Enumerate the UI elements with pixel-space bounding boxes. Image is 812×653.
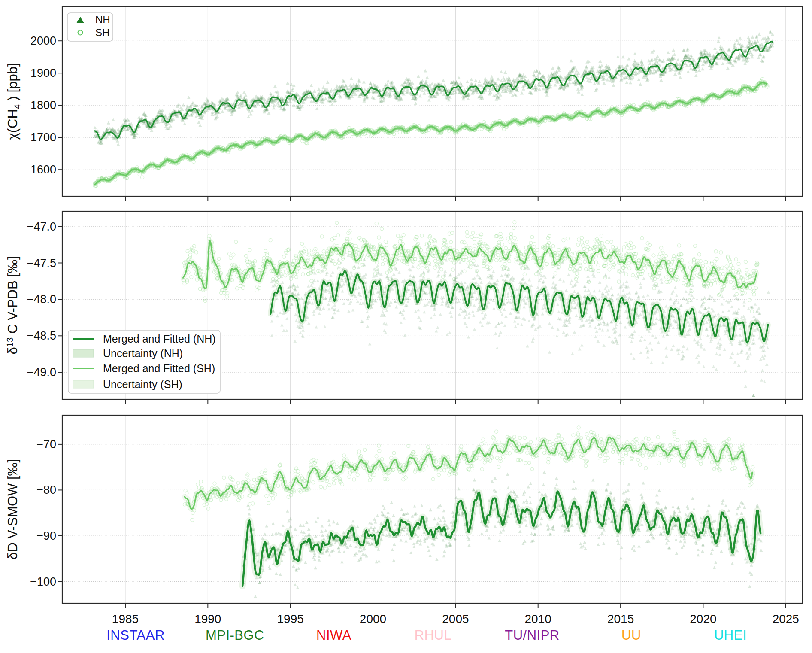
legend-hemisphere: NHSH (67, 13, 113, 41)
ytick-label: 1800 (30, 99, 56, 112)
ytick-label: −70 (36, 438, 56, 451)
xtick-label: 2010 (525, 612, 551, 626)
institution-label-uhei: UHEI (714, 628, 747, 643)
xtick-labels: 198519901995200020052010201520202025 (112, 612, 799, 626)
xtick-label: 1985 (112, 612, 139, 626)
legend-item-label: Merged and Fitted (SH) (103, 362, 215, 374)
ytick-label: 1600 (30, 163, 56, 176)
xtick-label: 2025 (773, 612, 799, 626)
xtick-label: 2000 (360, 612, 386, 626)
legend-item-label: Merged and Fitted (NH) (103, 333, 216, 345)
institution-label-niwa: NIWA (316, 628, 351, 643)
ytick-label: −90 (36, 529, 56, 542)
legend-item-label: Uncertainty (NH) (103, 347, 183, 359)
ytick-label: −80 (36, 483, 56, 496)
xtick-label: 1995 (277, 612, 304, 626)
xtick-label: 2015 (607, 612, 634, 626)
xtick-label: 2020 (690, 612, 716, 626)
ytick-label: −47.0 (27, 220, 56, 233)
ytick-label: −48.0 (27, 293, 56, 306)
axis-label-ch4: χ(CH4 ) [ppb] (5, 63, 22, 140)
legend-nh-label: NH (95, 14, 110, 25)
institution-label-uu: UU (621, 628, 641, 643)
legend-band-nh-icon (73, 349, 94, 357)
legend-merged-fitted: Merged and Fitted (NH)Uncertainty (NH)Me… (68, 330, 220, 393)
legend-band-sh-icon (73, 380, 94, 388)
ytick-label: 1900 (30, 67, 56, 79)
ytick-label: −100 (30, 575, 56, 588)
methane-isotope-figure: 20001900180017001600χ(CH4 ) [ppb]−47.0−4… (0, 0, 812, 653)
figure-svg: 20001900180017001600χ(CH4 ) [ppb]−47.0−4… (0, 0, 812, 653)
legend-sh-label: SH (95, 27, 109, 38)
institution-label-tu-nipr: TU/NIPR (505, 628, 560, 643)
legend-item-label: Uncertainty (SH) (103, 378, 182, 390)
xtick-label: 2005 (442, 612, 469, 626)
ytick-label: 1700 (30, 131, 56, 144)
ytick-label: −47.5 (27, 257, 56, 270)
ytick-label: −48.5 (27, 329, 56, 342)
ytick-label: −49.0 (27, 366, 56, 379)
institution-label-mpi-bgc: MPI-BGC (206, 628, 264, 643)
ytick-label: 2000 (30, 34, 56, 47)
xtick-label: 1990 (194, 612, 221, 626)
institution-label-rhul: RHUL (415, 628, 451, 643)
institution-label-instaar: INSTAAR (106, 628, 165, 643)
axis-label-dd: δD V-SMOW [‰] (5, 459, 20, 559)
